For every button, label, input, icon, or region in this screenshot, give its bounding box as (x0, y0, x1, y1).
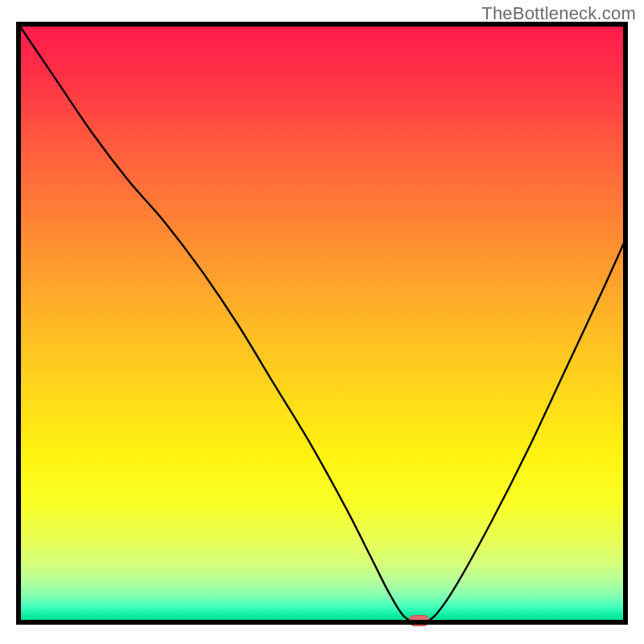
plot-background (19, 24, 625, 622)
bottleneck-curve-plot (0, 0, 644, 644)
chart-container: TheBottleneck.com (0, 0, 644, 644)
